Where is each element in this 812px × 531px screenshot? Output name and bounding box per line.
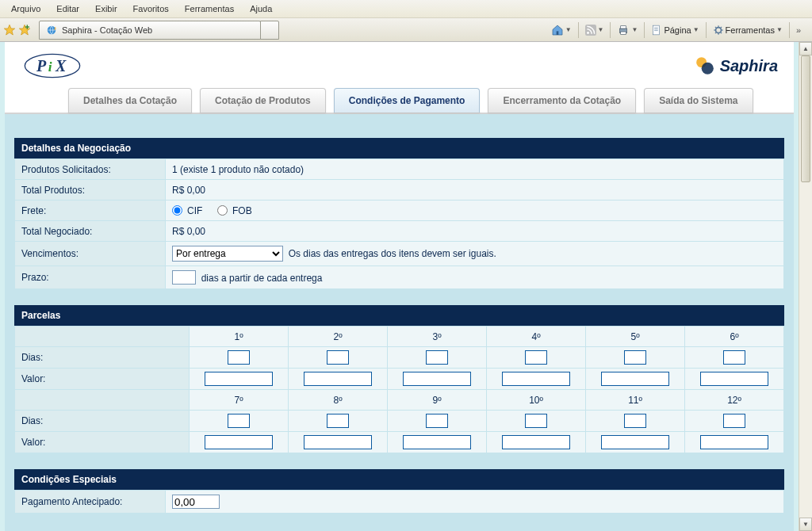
toolbar-overflow[interactable]: » [796,25,801,35]
frete-cif-label: CIF [187,205,202,216]
section-condicoes-especiais-header: Condições Especiais [14,469,784,490]
vencimentos-select[interactable]: Por entrega [172,246,283,262]
valor-label-2: Valor: [15,432,190,453]
menu-ajuda[interactable]: Ajuda [242,1,280,17]
browser-menu-bar: Arquivo Editar Exibir Favoritos Ferramen… [0,0,812,18]
page-menu-label: Página [664,25,691,35]
svg-text:i: i [48,59,52,74]
dias-11-input[interactable] [624,414,646,428]
valor-4-input[interactable] [502,372,570,386]
tab-detalhes-cotacao[interactable]: Detalhes da Cotação [68,88,192,113]
new-tab-button[interactable] [260,21,279,40]
valor-11-input[interactable] [601,435,669,449]
svg-marker-1 [19,25,29,35]
total-negociado-label: Total Negociado: [15,221,166,242]
frete-cif-radio[interactable] [172,205,182,216]
parcela-h4: 4º [487,327,586,347]
parcela-h10: 10º [487,390,586,411]
menu-editar[interactable]: Editar [48,1,87,17]
scroll-up-button[interactable]: ▲ [799,42,812,55]
prazo-input[interactable] [172,270,196,285]
svg-rect-11 [653,25,660,35]
valor-1-input[interactable] [205,372,273,386]
dias-3-input[interactable] [426,350,448,365]
tab-cotacao-produtos[interactable]: Cotação de Produtos [200,88,326,113]
valor-5-input[interactable] [601,372,669,386]
svg-point-7 [587,32,589,34]
dias-2-input[interactable] [327,350,349,365]
parcela-h5: 5º [586,327,685,347]
prazo-label: Prazo: [15,266,166,289]
tab-title: Saphira - Cotação Web [62,25,152,35]
frete-label: Frete: [15,201,166,221]
tools-menu-button[interactable]: Ferramentas ▼ [713,25,783,36]
dias-label-1: Dias: [15,347,190,369]
dias-9-input[interactable] [426,414,448,428]
frete-fob-radio[interactable] [217,205,228,216]
svg-rect-3 [25,26,29,27]
svg-point-13 [25,54,79,77]
parcelas-table: 1º 2º 3º 4º 5º 6º Dias: [14,326,784,453]
valor-12-input[interactable] [700,435,768,449]
dias-8-input[interactable] [327,414,349,428]
menu-exibir[interactable]: Exibir [87,1,125,17]
dias-1-input[interactable] [228,350,250,365]
produtos-solicitados-label: Produtos Solicitados: [15,159,166,180]
vertical-scrollbar[interactable]: ▲ ▼ [799,42,812,531]
dias-label-2: Dias: [15,411,190,432]
page-menu-button[interactable]: Página ▼ [651,25,699,36]
condicoes-especiais-table: Pagamento Antecipado: [14,490,784,514]
scroll-thumb[interactable] [801,55,810,182]
dias-12-input[interactable] [723,414,745,428]
pagamento-antecipado-label: Pagamento Antecipado: [15,491,166,514]
scroll-down-button[interactable]: ▼ [799,518,812,531]
valor-10-input[interactable] [502,435,570,449]
print-button[interactable]: ▼ [617,24,638,36]
browser-tab-bar: Saphira - Cotação Web ▼ ▼ ▼ Página ▼ Fer… [0,18,812,42]
svg-marker-0 [4,25,14,35]
parcela-h7: 7º [190,390,289,411]
parcela-h1: 1º [190,327,289,347]
dias-6-input[interactable] [723,350,745,365]
parcela-h8: 8º [289,390,388,411]
add-favorite-icon[interactable] [18,24,31,36]
parcela-h11: 11º [586,390,685,411]
home-button[interactable]: ▼ [551,24,572,36]
browser-tab[interactable]: Saphira - Cotação Web [39,21,261,40]
favorites-star-icon[interactable] [3,24,16,36]
valor-label-1: Valor: [15,369,190,390]
menu-arquivo[interactable]: Arquivo [3,1,48,17]
svg-text:P: P [36,57,47,74]
valor-7-input[interactable] [205,435,273,449]
valor-3-input[interactable] [403,372,471,386]
valor-9-input[interactable] [403,435,471,449]
svg-text:X: X [55,57,67,74]
total-produtos-value: R$ 0,00 [166,180,784,201]
saphira-logo: Saphira [695,55,778,76]
ie-icon [46,25,57,36]
dias-4-input[interactable] [525,350,547,365]
tab-condicoes-pagamento[interactable]: Condições de Pagamento [334,88,481,113]
menu-ferramentas[interactable]: Ferramentas [177,1,242,17]
parcela-h6: 6º [685,327,784,347]
svg-rect-10 [621,32,626,34]
dias-7-input[interactable] [228,414,250,428]
tab-saida-sistema[interactable]: Saída do Sistema [644,88,753,113]
parcela-h2: 2º [289,327,388,347]
parcelas-blank-2 [15,390,190,411]
parcelas-blank-1 [15,327,190,347]
svg-rect-9 [621,25,626,28]
svg-point-18 [701,63,713,74]
valor-6-input[interactable] [700,372,768,386]
pagamento-antecipado-input[interactable] [172,495,220,509]
dias-10-input[interactable] [525,414,547,428]
pix-logo: PiX [21,50,84,82]
menu-favoritos[interactable]: Favoritos [125,1,177,17]
valor-2-input[interactable] [304,372,372,386]
dias-5-input[interactable] [624,350,646,365]
valor-8-input[interactable] [304,435,372,449]
tab-encerramento[interactable]: Encerramento da Cotação [488,88,636,113]
negociacao-table: Produtos Solicitados: 1 (existe 1 produt… [14,159,784,289]
total-negociado-value: R$ 0,00 [166,221,784,242]
rss-button[interactable]: ▼ [585,25,604,36]
